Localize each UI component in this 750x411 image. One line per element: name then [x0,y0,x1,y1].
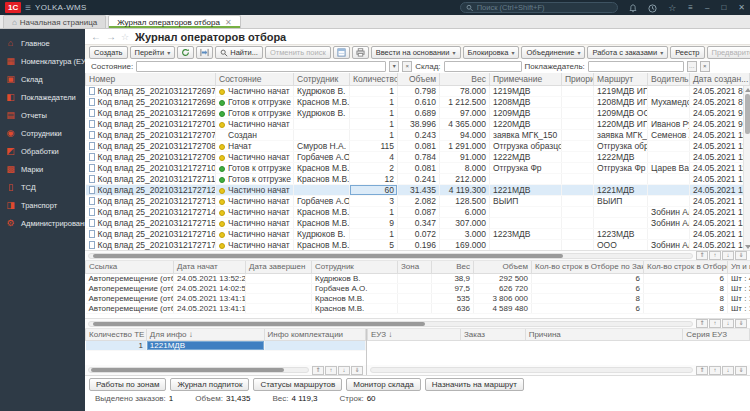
cell-qty[interactable]: 1 [350,86,398,97]
assign-route-button[interactable]: Назначить на маршрут [425,378,524,391]
sidebar-item-obrabotki[interactable]: ◩Обработки [0,142,85,160]
cell-qty[interactable]: 1 [350,119,398,130]
column-header-volume[interactable]: Объем [474,261,532,273]
cell-note[interactable] [490,207,562,218]
cell-link[interactable]: Автоперемещение (отбо... [86,273,174,283]
cell-started[interactable]: 24.05.2021 14:02:53 [174,283,246,293]
pre-replenishment-button[interactable]: Предварительная подпитка [707,46,750,59]
cell-driver[interactable] [648,86,690,97]
cell-qty[interactable]: 2 [350,163,398,174]
scrollbar-thumb[interactable] [93,322,425,326]
column-header-finished[interactable]: Дата завершен [246,261,312,273]
scroll-thumb[interactable] [745,94,750,134]
cell-weight[interactable]: 8.000 [440,163,490,174]
history-clock-icon[interactable] [648,2,657,14]
cell-state[interactable]: Частично начат [216,119,294,130]
cell-route[interactable]: ООО [594,240,648,251]
cell-num[interactable]: Код влад 25_20210312172716 [86,229,216,240]
cell-finished[interactable] [246,283,312,293]
route-statuses-button[interactable]: Статусы маршрутов [253,378,342,391]
cell-note[interactable]: заявка МГК_150 [490,130,562,141]
cell-started[interactable]: 24.05.2021 13:41:10 [174,293,246,303]
scrollbar-track[interactable] [88,253,693,259]
cell-qty[interactable]: 60 [350,185,398,196]
column-header-route[interactable]: Маршрут [594,73,648,86]
row-down-button[interactable] [722,251,734,260]
cell-route[interactable]: 1209МДВ ООО [594,108,648,119]
cell-employee[interactable]: Краснов М.В. [294,218,350,229]
cell-volume[interactable]: 626 720 [474,283,532,293]
table-row[interactable]: Код влад 25_20210312172712Частично начат… [86,185,750,196]
go-first-row-button[interactable] [696,366,708,375]
cell-note[interactable] [490,218,562,229]
sidebar-item-marki[interactable]: ▩Марки [0,160,85,178]
cell-qty[interactable]: 5 [350,240,398,251]
cell-state[interactable]: Частично начат [216,240,294,251]
cell-created[interactable]: 24.05.2021 13:22:26 [690,229,750,240]
cell-employee[interactable]: Краснов М.В. [312,293,398,303]
sidebar-item-sotrudniki[interactable]: ◉Сотрудники [0,124,85,142]
column-header-comment[interactable]: Инфо комплектации [264,329,365,341]
table-row[interactable]: Код влад 25_20210312172707Создан10.24394… [86,130,750,141]
cell-state[interactable]: Частично начат [216,218,294,229]
scrollbar-thumb[interactable] [91,368,284,372]
cell-qty[interactable]: 1 [350,97,398,108]
cell-num[interactable]: Код влад 25_20210312172712 [86,185,216,196]
cell-note[interactable]: 1209МДВ [490,108,562,119]
dropdown-icon-button[interactable]: ▾ [389,61,399,72]
cell-note[interactable]: 1219МДВ [490,86,562,97]
cell-weight[interactable]: 128.500 [440,196,490,207]
cell-priority[interactable] [562,141,594,152]
cell-route[interactable]: Отгрузка образцов ПТС [594,141,648,152]
cell-driver[interactable] [648,229,690,240]
cell-weight[interactable]: 3.000 [440,229,490,240]
sidebar-item-tsd[interactable]: ▯ТСД [0,178,85,196]
cell-route[interactable]: 1223МДВ [594,229,648,240]
cell-route[interactable]: 1208МДВ ИП [594,97,648,108]
cell-volume[interactable]: 0.081 [398,141,440,152]
cell-priority[interactable] [562,108,594,119]
cell-note[interactable]: Отгрузка образцов ПТС [490,141,562,152]
cell-weight[interactable]: 6.000 [440,207,490,218]
cell-volume[interactable]: 0.241 [398,174,440,185]
cell-driver[interactable] [648,152,690,163]
column-header-link[interactable]: Ссылка [86,261,174,273]
cell-volume[interactable]: 4 589 480 [474,303,532,313]
row-up-button[interactable] [709,366,721,375]
cell-driver[interactable]: Иванов Русла... [648,119,690,130]
cell-num[interactable]: Код влад 25_20210312172709 [86,152,216,163]
cell-employee[interactable]: Горбачев А.О. [294,196,350,207]
cell-volume[interactable]: 0.081 [398,163,440,174]
cell-num[interactable]: Код влад 25_20210312172701 [86,119,216,130]
table-row[interactable]: Код влад 25_20210312172713Частично начат… [86,196,750,207]
cell-driver[interactable] [648,174,690,185]
tab-home[interactable]: ⌂ Начальная страница [3,15,106,28]
cell-weight[interactable]: 97.000 [440,108,490,119]
row-down-button[interactable] [722,319,734,328]
cell-weight[interactable]: 97,5 [432,283,474,293]
cell-route[interactable]: ВЫИП [594,196,648,207]
cell-created[interactable]: 24.05.2021 11:21:18 [690,141,750,152]
table-row[interactable]: Код влад 25_20210312172717Частично начат… [86,240,750,251]
cell-num[interactable]: Код влад 25_20210312172717 [86,240,216,251]
cell-route[interactable]: 1222МДВ [594,152,648,163]
cell-qty[interactable]: 4 [350,152,398,163]
cell-employee[interactable]: Краснов М.В. [312,303,398,313]
cell-num[interactable]: Код влад 25_20210312172713 [86,196,216,207]
cell-driver[interactable]: Царев Валери... [648,163,690,174]
cell-state[interactable]: Частично начат [216,152,294,163]
cell-volume[interactable]: 0.347 [398,218,440,229]
cell-volume[interactable]: 3 806 000 [474,293,532,303]
cell-route[interactable]: 1219МДВ ИП [594,86,648,97]
cell-created[interactable]: 24.05.2021 13:45:48 [690,240,750,251]
go-last-row-button[interactable] [735,366,747,375]
find-button[interactable]: Найти... [215,46,263,59]
cell-priority[interactable] [562,185,594,196]
cell-note[interactable] [490,240,562,251]
tab-close-icon[interactable]: ✕ [225,18,232,27]
cell-employee[interactable]: Смуров Н.А. [294,141,350,152]
cell-zone[interactable] [398,303,432,313]
list-settings-icon-button[interactable] [333,46,350,59]
cell-weight[interactable]: 4 365.000 [440,119,490,130]
cell-created[interactable]: 24.05.2021 9:00:35 [690,108,750,119]
